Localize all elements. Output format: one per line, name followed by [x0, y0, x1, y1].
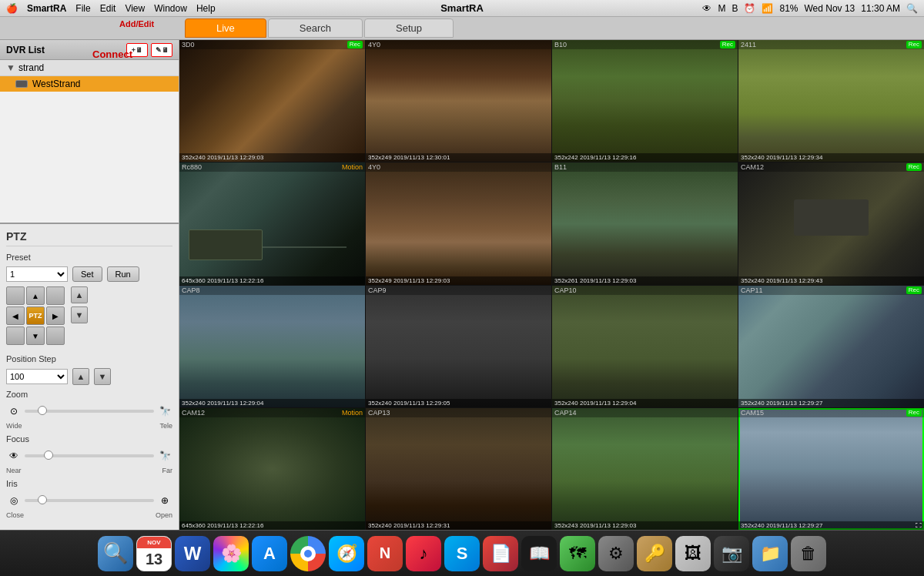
- app-menu-view[interactable]: View: [125, 3, 145, 14]
- app-menu-window[interactable]: Window: [154, 3, 187, 14]
- set-button[interactable]: Set: [72, 266, 102, 282]
- main-content: DVR List +🖥 ✎🖥 Add/Edit ▼ strand Connect: [0, 40, 924, 530]
- dvr-item-weststrand[interactable]: WestStrand: [0, 76, 179, 92]
- dock-acrobat[interactable]: 📄: [483, 536, 518, 571]
- dock-news[interactable]: N: [367, 536, 403, 571]
- camera-cell-15[interactable]: CAM15 Rec 352x240 2019/11/13 12:29:27 ⛶: [738, 408, 924, 530]
- time: 11:30 AM: [861, 3, 900, 14]
- dock-silverlock[interactable]: 🔑: [637, 536, 672, 571]
- cam-res-9: 352x240: [368, 400, 392, 407]
- strand-row[interactable]: ▼ strand: [0, 60, 179, 76]
- camera-overlay-7: CAM12 Rec: [738, 162, 924, 172]
- app-menu-help[interactable]: Help: [196, 3, 216, 14]
- ptz-up-button[interactable]: ▲: [26, 286, 45, 305]
- app-menu-file[interactable]: File: [75, 3, 90, 14]
- edit-icon: ✎🖥: [156, 46, 169, 54]
- rec-badge-7: Rec: [906, 163, 922, 171]
- dock-appstore[interactable]: A: [252, 536, 287, 571]
- dock-trash[interactable]: 🗑: [791, 536, 826, 571]
- camera-cell-13[interactable]: CAP13 352x240 2019/11/13 12:29:31: [366, 408, 551, 530]
- cam-name-5: 4Y0: [368, 163, 380, 171]
- camera-overlay-0: 3D0 Rec: [179, 40, 365, 49]
- camera-cell-10[interactable]: CAP10 352x240 2019/11/13 12:29:04: [552, 286, 738, 407]
- camera-info-14: 352x243 2019/11/13 12:29:03: [552, 521, 738, 530]
- cam-expand-icon[interactable]: ⛶: [916, 522, 922, 529]
- cam-ts-12: 2019/11/13 12:22:16: [207, 522, 263, 529]
- camera-info-12: 645x360 2019/11/13 12:22:16: [179, 521, 365, 530]
- app-menu-edit[interactable]: Edit: [100, 3, 116, 14]
- camera-cell-14[interactable]: CAP14 352x243 2019/11/13 12:29:03: [552, 408, 738, 530]
- iris-slider-thumb[interactable]: [38, 495, 47, 504]
- position-step-select[interactable]: 100: [6, 369, 68, 384]
- dock-word[interactable]: W: [175, 536, 210, 571]
- zoom-wide-icon: ⊙: [6, 404, 22, 419]
- camera-cell-8[interactable]: CAP8 352x240 2019/11/13 12:29:04: [179, 286, 365, 407]
- zoom-slider-thumb[interactable]: [38, 406, 47, 415]
- preset-select[interactable]: 1: [6, 266, 68, 282]
- step-up-button[interactable]: ▲: [72, 368, 89, 385]
- camera-cell-3[interactable]: 2411 Rec 352x240 2019/11/13 12:29:34: [738, 40, 924, 162]
- ptz-center-button[interactable]: PTZ: [26, 306, 45, 325]
- focus-label: Focus: [6, 434, 64, 444]
- focus-slider-thumb[interactable]: [44, 450, 53, 460]
- camera-app-icon: 📷: [721, 544, 742, 564]
- focus-slider-track: [25, 454, 154, 457]
- step-down-button[interactable]: ▼: [94, 368, 111, 385]
- app-menu-smartra[interactable]: SmartRA: [27, 3, 66, 14]
- window-title: SmartRA: [440, 2, 484, 14]
- iris-slider-track: [25, 499, 154, 502]
- apple-menu[interactable]: 🍎: [6, 3, 18, 14]
- cam-ts-1: 2019/11/13 12:30:01: [393, 154, 450, 161]
- camera-cell-11[interactable]: CAP11 Rec 352x240 2019/11/13 12:29:27: [738, 286, 924, 407]
- camera-cell-9[interactable]: CAP9 352x240 2019/11/13 12:29:05: [366, 286, 551, 407]
- battery: 81%: [779, 3, 798, 14]
- cam-res-1: 352x249: [368, 154, 392, 161]
- camera-overlay-9: CAP9: [366, 286, 551, 295]
- camera-overlay-15: CAM15 Rec: [738, 408, 924, 417]
- tab-setup[interactable]: Setup: [364, 18, 454, 38]
- tab-live[interactable]: Live: [185, 18, 266, 38]
- camera-cell-5[interactable]: 4Y0 352x249 2019/11/13 12:29:03: [366, 162, 551, 284]
- dock-skype[interactable]: S: [444, 536, 480, 571]
- ptz-zoom-out-button[interactable]: ▼: [71, 306, 88, 323]
- dock-camera-app[interactable]: 📷: [714, 536, 749, 571]
- dock-photos[interactable]: 🌸: [213, 536, 249, 571]
- ptz-down-button[interactable]: ▼: [26, 327, 45, 345]
- cam-ts-3: 2019/11/13 12:29:34: [766, 154, 822, 161]
- camera-cell-6[interactable]: B11 352x261 2019/11/13 12:29:03: [552, 162, 738, 284]
- search-menubar-icon[interactable]: 🔍: [906, 3, 918, 14]
- dock-chrome[interactable]: [290, 536, 326, 571]
- camera-cell-2[interactable]: B10 Rec 352x242 2019/11/13 12:29:16: [552, 40, 738, 162]
- camera-cell-12[interactable]: CAM12 Motion 645x360 2019/11/13 12:22:16: [179, 408, 365, 530]
- menu-bar-left: 🍎 SmartRA File Edit View Window Help: [6, 3, 216, 14]
- cam-name-3: 2411: [741, 41, 756, 49]
- dock-safari[interactable]: 🧭: [329, 536, 364, 571]
- camera-cell-0[interactable]: 3D0 Rec 352x240 2019/11/13 12:29:03: [179, 40, 365, 162]
- camera-cell-1[interactable]: 4Y0 352x249 2019/11/13 12:30:01: [366, 40, 551, 162]
- ptz-panel: PTZ Preset 1 Set Run ▲: [0, 223, 179, 530]
- run-button[interactable]: Run: [107, 266, 139, 282]
- dock-iphoto[interactable]: 🖼: [675, 536, 711, 571]
- ptz-zoom-in-button[interactable]: ▲: [71, 286, 88, 303]
- edit-dvr-button[interactable]: ✎🖥: [151, 43, 172, 57]
- dock-calendar[interactable]: NOV 13: [136, 536, 172, 571]
- cam-res-11: 352x240: [741, 400, 765, 407]
- dock-system-prefs[interactable]: ⚙: [598, 536, 634, 571]
- camera-cell-4[interactable]: Rc880 Motion 645x360 2019/11/13 12:22:16: [179, 162, 365, 284]
- connect-label[interactable]: Connect: [92, 49, 132, 60]
- ptz-left-button[interactable]: ◀: [6, 306, 25, 325]
- zoom-tele-icon: 🔭: [157, 404, 172, 419]
- camera-info-15: 352x240 2019/11/13 12:29:27 ⛶: [738, 521, 924, 530]
- motion-badge-4: Motion: [342, 163, 363, 171]
- camera-overlay-8: CAP8: [179, 286, 365, 295]
- dock-music[interactable]: ♪: [406, 536, 441, 571]
- ptz-right-button[interactable]: ▶: [46, 306, 65, 325]
- dock-reading[interactable]: 📖: [521, 536, 557, 571]
- dock-finder[interactable]: 🔍: [98, 536, 133, 571]
- cam-res-8: 352x240: [182, 400, 206, 407]
- tab-search[interactable]: Search: [268, 18, 363, 38]
- dock-maps[interactable]: 🗺: [560, 536, 595, 571]
- camera-cell-7[interactable]: CAM12 Rec 352x240 2019/11/13 12:29:43: [738, 162, 924, 284]
- dock-files-app[interactable]: 📁: [752, 536, 788, 571]
- dvr-list-header: DVR List +🖥 ✎🖥: [0, 40, 179, 60]
